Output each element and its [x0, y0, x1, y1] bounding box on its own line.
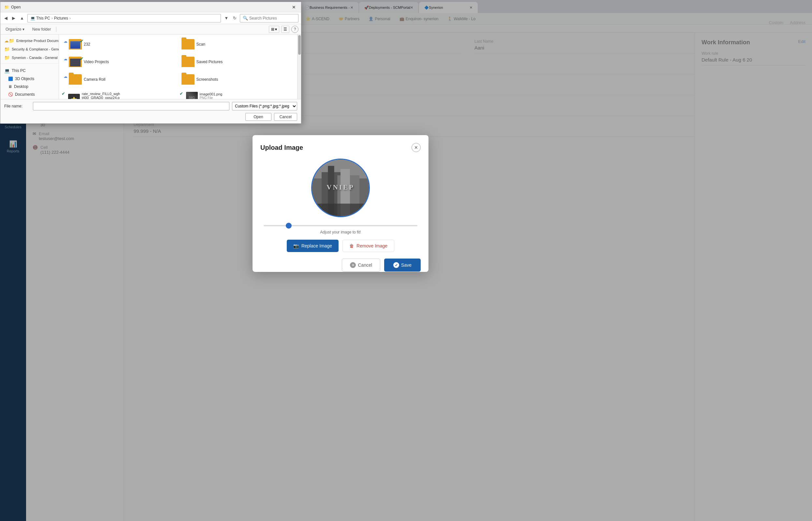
- modal-actions: 📷 Replace Image 🗑 Remove Image: [260, 240, 421, 252]
- dialog-action-row: Open Cancel: [4, 113, 297, 121]
- new-folder-button[interactable]: New folder: [30, 26, 53, 32]
- search-box: 🔍: [240, 14, 299, 22]
- up-button[interactable]: ▲: [19, 15, 25, 21]
- nav-item-desktop[interactable]: 🖥 Desktop: [0, 83, 59, 91]
- slider-container: [260, 222, 421, 227]
- dialog-bottom: File name: Custom Files (*.png;*.jpg;*.j…: [0, 99, 301, 123]
- file-item-video-projects[interactable]: ☁ ✔ Video Projects: [62, 55, 180, 68]
- dialog-toolbar: Organize ▾ New folder ⊞▾ ☰ ?: [0, 24, 301, 35]
- search-input[interactable]: [249, 16, 292, 21]
- pc-nav-icon: 💻: [4, 68, 10, 73]
- toolbar-separator: [56, 27, 57, 32]
- filetype-select[interactable]: Custom Files (*.png;*.jpg;*.jpeg: [232, 102, 297, 110]
- back-button[interactable]: ◀: [3, 15, 9, 21]
- nav-item-this-pc[interactable]: 💻 This PC: [0, 66, 59, 75]
- modal-header: Upload Image ✕: [260, 143, 421, 152]
- file-item-screenshots[interactable]: Screenshots: [180, 73, 298, 86]
- replace-image-button[interactable]: 📷 Replace Image: [287, 240, 338, 252]
- cloud-sync-icon-232: ☁: [64, 39, 67, 44]
- preview-container: VNIEP: [260, 159, 421, 217]
- view-button[interactable]: ⊞▾: [269, 26, 279, 33]
- search-icon: 🔍: [243, 16, 248, 21]
- view-icon: ⊞: [271, 27, 275, 31]
- image-slider[interactable]: [264, 225, 417, 226]
- preview-image: VNIEP: [312, 160, 369, 216]
- file-item-232[interactable]: ☁ ✔ 232: [62, 38, 180, 51]
- nav-item-downloads[interactable]: ⬇ Downloads: [0, 98, 59, 99]
- file-item-scan[interactable]: Scan: [180, 38, 298, 51]
- remove-image-button[interactable]: 🗑 Remove Image: [343, 240, 394, 252]
- filename-label: File name:: [4, 104, 30, 109]
- cloud-sync-icon-camera: ☁: [64, 74, 67, 79]
- filename-input[interactable]: [33, 102, 229, 110]
- nav-item-documents[interactable]: 🚫 Documents: [0, 91, 59, 98]
- cloud-sync-icon-video: ☁: [64, 56, 67, 61]
- modal-footer: ✕ Cancel ✔ Save: [260, 258, 421, 272]
- dropdown-button[interactable]: ▼: [223, 15, 230, 21]
- breadcrumb-sep-1: ›: [51, 16, 53, 21]
- cancel-icon: ✕: [350, 262, 356, 268]
- breadcrumb-pictures[interactable]: Pictures: [54, 16, 68, 21]
- cloud-folder-icon-3: 📁: [4, 55, 10, 60]
- folder-icon-title: 📁: [4, 5, 9, 9]
- view-list-button[interactable]: ☰: [281, 26, 289, 33]
- file-dialog-title: 📁 Open: [4, 5, 21, 9]
- documents-icon: 🚫: [8, 92, 13, 97]
- forward-button[interactable]: ▶: [11, 15, 17, 21]
- modal-title: Upload Image: [260, 144, 303, 152]
- dialog-open-button[interactable]: Open: [245, 113, 271, 121]
- nav-item-3d-objects[interactable]: 🟦 3D Objects: [0, 75, 59, 83]
- organize-button[interactable]: Organize ▾: [3, 26, 27, 32]
- desktop-icon: 🖥: [8, 84, 12, 89]
- adjust-label: Adjust your image to fit!: [260, 230, 421, 234]
- pc-icon: 💻: [30, 16, 35, 21]
- file-item-saved-pictures[interactable]: Saved Pictures: [180, 55, 298, 68]
- dialog-cancel-button[interactable]: Cancel: [274, 113, 297, 121]
- breadcrumb[interactable]: 💻 This PC › Pictures ›: [27, 14, 221, 22]
- upload-modal: Upload Image ✕ VNIEP Adjust your i: [253, 135, 429, 272]
- svg-rect-7: [312, 204, 369, 216]
- save-button[interactable]: ✔ Save: [384, 258, 421, 272]
- scrollbar-thumb: [298, 35, 301, 55]
- file-item-camera-roll[interactable]: ☁ Camera Roll: [62, 73, 180, 86]
- breadcrumb-sep-2: ›: [69, 16, 71, 21]
- 3d-icon: 🟦: [8, 76, 13, 81]
- list-icon: ☰: [284, 27, 287, 31]
- file-item-rate-review[interactable]: ✔ ⭐ rate_review_FILL0_wght400_GRAD0_opsz…: [62, 91, 180, 99]
- dialog-files: ☁ ✔ 232: [59, 35, 301, 99]
- refresh-button[interactable]: ↻: [232, 15, 238, 21]
- file-dialog: 📁 Open ✕ ◀ ▶ ▲ 💻 This PC › Pictures › ▼ …: [0, 2, 301, 124]
- help-button[interactable]: ?: [291, 26, 299, 33]
- cloud-folder-icon-1: ☁📁: [4, 38, 14, 43]
- files-scrollbar[interactable]: [297, 35, 301, 99]
- file-item-image001[interactable]: ✔ IMG image001.png PNG File 4.34 KB: [180, 91, 298, 99]
- nav-item-security[interactable]: 📁 Security & Compliance - General: [0, 45, 59, 53]
- dialog-body: ☁📁 Enterprise Product Documentation - Ge…: [0, 35, 301, 99]
- modal-close-button[interactable]: ✕: [412, 143, 421, 152]
- filename-row: File name: Custom Files (*.png;*.jpg;*.j…: [4, 102, 297, 110]
- address-bar: ◀ ▶ ▲ 💻 This PC › Pictures › ▼ ↻ 🔍: [0, 13, 301, 24]
- file-dialog-close-button[interactable]: ✕: [291, 4, 297, 10]
- nav-item-synerion-canada[interactable]: 📁 Synerion - Canada - General: [0, 53, 59, 62]
- file-dialog-titlebar: 📁 Open ✕: [0, 2, 301, 13]
- camera-icon: 📷: [293, 243, 299, 248]
- cancel-button[interactable]: ✕ Cancel: [342, 258, 380, 272]
- nav-item-enterprise[interactable]: ☁📁 Enterprise Product Documentation - Ge…: [0, 37, 59, 45]
- cloud-folder-icon-2: 📁: [4, 47, 10, 52]
- svg-text:VNIEP: VNIEP: [327, 183, 354, 191]
- save-icon: ✔: [393, 262, 399, 268]
- trash-icon: 🗑: [349, 243, 354, 248]
- breadcrumb-pc[interactable]: 💻 This PC: [30, 16, 50, 21]
- dialog-leftnav: ☁📁 Enterprise Product Documentation - Ge…: [0, 35, 59, 99]
- preview-circle: VNIEP: [311, 159, 370, 217]
